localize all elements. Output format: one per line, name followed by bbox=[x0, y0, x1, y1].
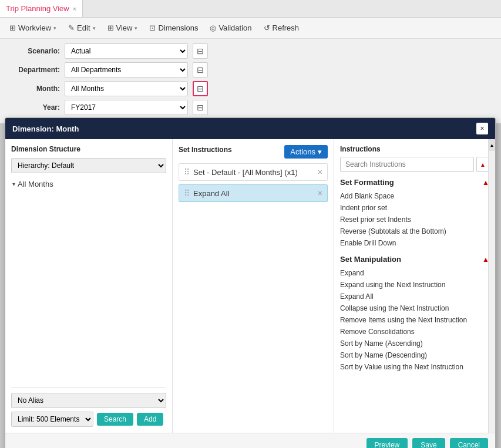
instruction-expand-all[interactable]: Expand All bbox=[340, 291, 489, 302]
view-btn[interactable]: ⊞ View ▾ bbox=[103, 21, 143, 35]
instruction-collapse-next[interactable]: Collapse using the Next Instruction bbox=[340, 302, 489, 314]
modal-header: Dimension: Month × bbox=[5, 118, 495, 139]
search-up-btn[interactable]: ▲ bbox=[476, 157, 489, 172]
trip-planning-tab[interactable]: Trip Planning View × bbox=[0, 0, 83, 17]
modal-title: Dimension: Month bbox=[12, 124, 79, 133]
dimensions-label: Dimensions bbox=[158, 23, 198, 32]
refresh-label: Refresh bbox=[273, 23, 300, 32]
set-instruction-item-0[interactable]: ⠿ Set - Default - [All Months] (x1) × bbox=[179, 163, 328, 181]
set-manipulation-heading: Set Manipulation ▲ bbox=[340, 255, 489, 264]
left-panel-footer: No Alias Limit: 500 Elements Search Add bbox=[11, 388, 166, 427]
dimension-structure-heading: Dimension Structure bbox=[11, 145, 166, 153]
search-instructions-input[interactable] bbox=[340, 157, 474, 172]
main-toolbar: ⊞ Workview ▾ ✎ Edit ▾ ⊞ View ▾ ⊡ Dimensi… bbox=[0, 18, 501, 39]
year-label: Year: bbox=[7, 103, 60, 112]
set-manipulation-section: Set Manipulation ▲ Expand Expand using t… bbox=[340, 255, 489, 373]
preview-btn[interactable]: Preview bbox=[366, 438, 408, 448]
instruction-remove-items-next[interactable]: Remove Items using the Next Instruction bbox=[340, 314, 489, 326]
validation-icon: ◎ bbox=[210, 23, 216, 32]
instruction-expand-next[interactable]: Expand using the Next Instruction bbox=[340, 279, 489, 291]
year-row: Year: FY2017 ⊟ bbox=[7, 100, 494, 115]
filter-form: Scenario: Actual ⊟ Department: All Depar… bbox=[0, 39, 501, 123]
limit-select[interactable]: Limit: 500 Elements bbox=[11, 412, 93, 427]
instruction-expand[interactable]: Expand bbox=[340, 267, 489, 279]
workview-icon: ⊞ bbox=[9, 23, 16, 32]
edit-label: Edit bbox=[77, 23, 90, 32]
scenario-row: Scenario: Actual ⊟ bbox=[7, 43, 494, 59]
year-select[interactable]: FY2017 bbox=[65, 100, 188, 115]
right-scrollbar[interactable]: ▲ bbox=[488, 139, 495, 433]
hierarchy-select[interactable]: Hierarchy: Default bbox=[11, 158, 166, 173]
remove-btn-0[interactable]: × bbox=[318, 167, 322, 177]
instruction-sort-value-next[interactable]: Sort by Value using the Next Instruction bbox=[340, 361, 489, 373]
view-chevron: ▾ bbox=[135, 25, 137, 31]
scenario-label: Scenario: bbox=[7, 47, 60, 55]
tab-close-btn[interactable]: × bbox=[73, 5, 76, 12]
edit-icon: ✎ bbox=[68, 23, 75, 32]
instruction-sort-name-desc[interactable]: Sort by Name (Descending) bbox=[340, 349, 489, 361]
drag-handle-0: ⠿ bbox=[184, 167, 190, 177]
set-formatting-title: Set Formatting bbox=[340, 178, 394, 187]
tab-label: Trip Planning View bbox=[6, 4, 69, 13]
validation-btn[interactable]: ◎ Validation bbox=[205, 21, 256, 35]
dimensions-icon: ⊡ bbox=[149, 23, 156, 32]
workview-label: Workview bbox=[18, 23, 51, 32]
tree-item-all-months[interactable]: ▾ All Months bbox=[11, 178, 166, 190]
edit-btn[interactable]: ✎ Edit ▾ bbox=[63, 21, 100, 35]
tree-item-label: All Months bbox=[18, 180, 53, 188]
instruction-reverse-subtotals[interactable]: Reverse (Subtotals at the Bottom) bbox=[340, 225, 489, 237]
instruction-add-blank-space[interactable]: Add Blank Space bbox=[340, 190, 489, 202]
month-select[interactable]: All Months bbox=[65, 81, 188, 96]
department-icon-btn[interactable]: ⊟ bbox=[193, 62, 208, 78]
search-instructions-row: ▲ bbox=[340, 157, 489, 172]
save-btn[interactable]: Save bbox=[412, 438, 445, 448]
instruction-indent-prior-set[interactable]: Indent prior set bbox=[340, 202, 489, 214]
actions-label: Actions bbox=[290, 147, 315, 156]
modal-footer: Preview Save Cancel bbox=[5, 433, 495, 448]
set-instruction-text-0: Set - Default - [All Months] (x1) bbox=[193, 168, 298, 177]
scenario-icon-btn[interactable]: ⊟ bbox=[193, 43, 208, 59]
set-instructions-heading: Set Instructions bbox=[179, 146, 232, 154]
validation-label: Validation bbox=[218, 23, 251, 32]
instruction-sort-name-asc[interactable]: Sort by Name (Ascending) bbox=[340, 338, 489, 349]
set-instruction-item-1[interactable]: ⠿ Expand All × bbox=[179, 184, 328, 202]
set-instructions-panel: Set Instructions Actions ▾ ⠿ Set - Defau… bbox=[173, 139, 334, 433]
department-label: Department: bbox=[7, 66, 60, 74]
month-row: Month: All Months ⊟ bbox=[7, 81, 494, 96]
middle-header: Set Instructions Actions ▾ bbox=[179, 145, 328, 159]
month-icon-btn[interactable]: ⊟ bbox=[193, 81, 208, 96]
dimensions-btn[interactable]: ⊡ Dimensions bbox=[144, 21, 203, 35]
refresh-icon: ↺ bbox=[264, 23, 270, 32]
modal-body: Dimension Structure Hierarchy: Default ▾… bbox=[5, 139, 495, 433]
edit-chevron: ▾ bbox=[93, 25, 96, 31]
set-manipulation-title: Set Manipulation bbox=[340, 255, 401, 264]
search-btn[interactable]: Search bbox=[97, 413, 133, 426]
workview-chevron: ▾ bbox=[53, 25, 56, 31]
set-formatting-section: Set Formatting ▲ Add Blank Space Indent … bbox=[340, 178, 489, 249]
instruction-remove-consolidations[interactable]: Remove Consolidations bbox=[340, 326, 489, 338]
modal-close-btn[interactable]: × bbox=[476, 123, 488, 134]
refresh-btn[interactable]: ↺ Refresh bbox=[259, 21, 304, 35]
instructions-panel: Instructions ▲ Set Formatting ▲ Add Blan… bbox=[334, 139, 495, 433]
alias-select[interactable]: No Alias bbox=[11, 393, 166, 408]
add-btn[interactable]: Add bbox=[137, 413, 163, 426]
instruction-enable-drill-down[interactable]: Enable Drill Down bbox=[340, 237, 489, 249]
scenario-select[interactable]: Actual bbox=[65, 43, 188, 59]
instructions-heading: Instructions bbox=[340, 145, 489, 153]
year-icon-btn[interactable]: ⊟ bbox=[193, 100, 208, 115]
dimension-modal: Dimension: Month × Dimension Structure H… bbox=[5, 117, 496, 448]
actions-chevron: ▾ bbox=[318, 147, 322, 156]
cancel-btn[interactable]: Cancel bbox=[450, 438, 488, 448]
department-row: Department: All Departments ⊟ bbox=[7, 62, 494, 78]
view-label: View bbox=[116, 23, 133, 32]
dimension-tree: ▾ All Months bbox=[11, 178, 166, 388]
set-instruction-text-1: Expand All bbox=[193, 189, 229, 198]
actions-btn[interactable]: Actions ▾ bbox=[284, 145, 328, 159]
workview-btn[interactable]: ⊞ Workview ▾ bbox=[5, 21, 61, 35]
scroll-up-btn[interactable]: ▲ bbox=[489, 139, 495, 151]
tree-chevron: ▾ bbox=[12, 181, 15, 187]
remove-btn-1[interactable]: × bbox=[318, 188, 322, 198]
instruction-reset-prior-set-indents[interactable]: Reset prior set Indents bbox=[340, 214, 489, 225]
footer-row: Limit: 500 Elements Search Add bbox=[11, 412, 166, 427]
department-select[interactable]: All Departments bbox=[65, 62, 188, 78]
